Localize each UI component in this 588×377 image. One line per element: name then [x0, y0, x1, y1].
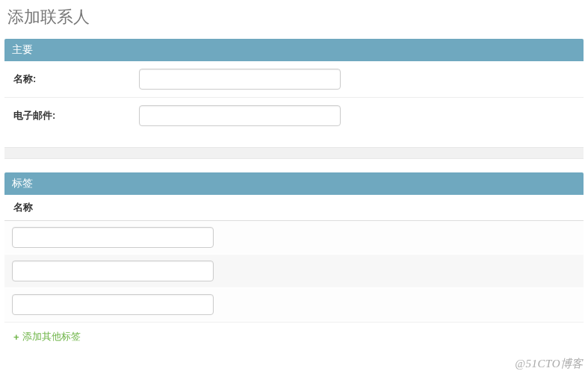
page-title: 添加联系人	[0, 0, 588, 39]
add-label-text: 添加其他标签	[22, 330, 81, 343]
gap-2	[0, 159, 588, 172]
input-email[interactable]	[139, 105, 341, 126]
labels-column-header: 名称	[4, 195, 584, 221]
label-row	[4, 221, 584, 255]
label-row	[4, 288, 584, 322]
label-input-1[interactable]	[12, 227, 214, 248]
section-labels: 标签 名称 + 添加其他标签	[4, 172, 584, 351]
gray-bar	[4, 147, 584, 159]
input-name[interactable]	[139, 69, 341, 90]
label-email: 电子邮件:	[4, 109, 139, 122]
section-main-header: 主要	[4, 39, 584, 61]
gap-1	[0, 134, 588, 147]
section-labels-header: 标签	[4, 172, 584, 195]
section-main: 主要 名称: 电子邮件:	[4, 39, 584, 134]
label-row	[4, 255, 584, 288]
plus-icon: +	[13, 331, 19, 343]
label-input-3[interactable]	[12, 294, 214, 315]
row-email: 电子邮件:	[4, 98, 584, 134]
add-label-row: + 添加其他标签	[4, 322, 584, 351]
label-input-2[interactable]	[12, 261, 214, 281]
label-name: 名称:	[4, 72, 139, 86]
add-label-link[interactable]: + 添加其他标签	[13, 330, 81, 343]
row-name: 名称:	[4, 61, 584, 98]
